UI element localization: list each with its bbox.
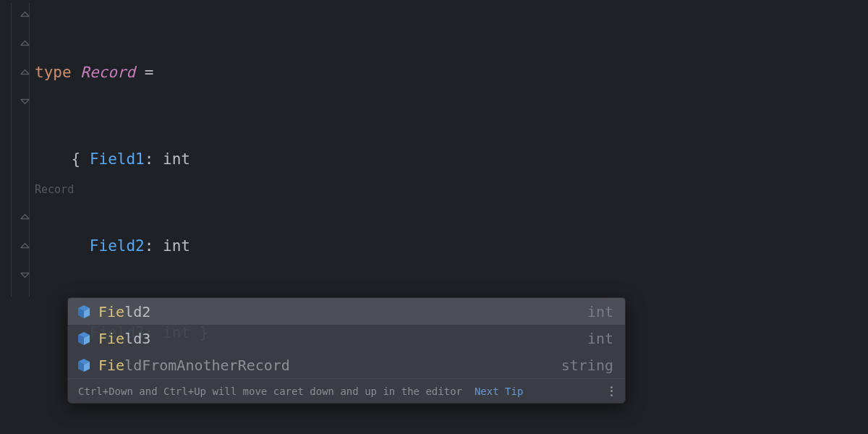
completion-type: int (587, 330, 613, 347)
gutter (0, 0, 32, 434)
fold-marker-icon[interactable] (20, 10, 30, 20)
completion-item[interactable]: Field2 int (68, 298, 625, 325)
completion-label: Field2 (98, 303, 580, 320)
open-brace: { (72, 150, 90, 168)
completion-popup[interactable]: Field2 int Field3 int FieldFromAnotherRe… (67, 297, 626, 404)
more-menu-icon[interactable] (605, 385, 618, 398)
equals: = (135, 64, 153, 81)
completion-item[interactable]: FieldFromAnotherRecord string (68, 352, 625, 378)
fold-marker-icon[interactable] (20, 213, 30, 222)
fold-marker-icon[interactable] (20, 97, 30, 106)
next-tip-link[interactable]: Next Tip (475, 386, 523, 397)
code-line[interactable]: Field2: int (35, 231, 208, 260)
fold-marker-icon[interactable] (20, 39, 30, 48)
code-editor[interactable]: type Record = { Field1: int Field2: int … (0, 0, 868, 434)
fold-marker-icon[interactable] (20, 242, 30, 251)
completion-type: string (561, 357, 613, 374)
fold-marker-icon[interactable] (20, 68, 30, 77)
completion-item[interactable]: Field3 int (68, 325, 625, 352)
field-name: Field1 (90, 150, 145, 168)
field-type: : int (145, 237, 190, 255)
field-icon (77, 358, 91, 373)
field-type: : int (145, 150, 190, 168)
completion-label: Field3 (98, 330, 580, 347)
fold-marker-icon[interactable] (20, 271, 30, 280)
code-line[interactable]: type Record = (35, 58, 208, 87)
code-line[interactable] (35, 405, 208, 434)
completion-label: FieldFromAnotherRecord (98, 357, 554, 374)
completion-type: int (587, 303, 613, 320)
field-icon (77, 305, 91, 319)
tip-text: Ctrl+Down and Ctrl+Up will move caret do… (78, 386, 599, 397)
keyword-type: type (35, 64, 72, 81)
type-name: Record (80, 64, 135, 81)
field-icon (77, 331, 91, 346)
code-line[interactable]: { Field1: int (35, 145, 208, 174)
field-name: Field2 (90, 237, 145, 255)
inlay-hint: Record (35, 183, 74, 196)
completion-footer: Ctrl+Down and Ctrl+Up will move caret do… (68, 378, 625, 403)
